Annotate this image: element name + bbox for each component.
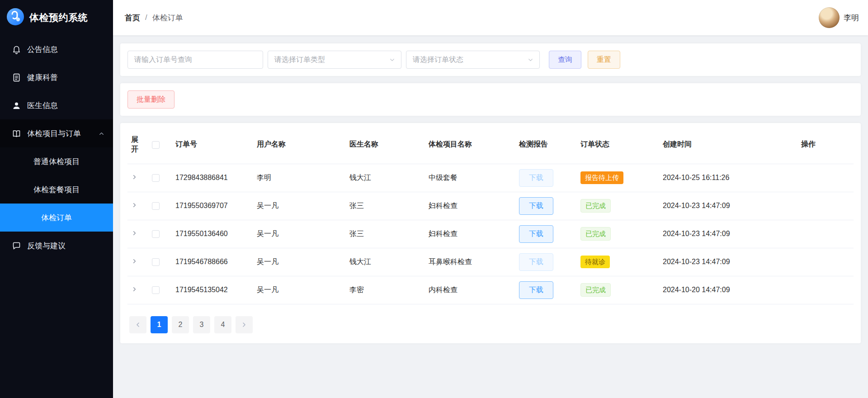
status-badge: 已完成 xyxy=(580,199,611,213)
pagination-page-4[interactable]: 4 xyxy=(214,316,231,333)
doctor-name-cell: 钱大江 xyxy=(349,174,371,181)
pagination: 1 2 3 4 xyxy=(127,316,854,333)
column-doctor: 医生名称 xyxy=(346,126,425,164)
sidebar-item-health-science[interactable]: 健康科普 xyxy=(0,63,113,91)
search-button[interactable]: 查询 xyxy=(549,51,581,69)
action-cell xyxy=(797,220,854,248)
chevron-down-icon xyxy=(389,57,396,63)
pagination-prev-button[interactable] xyxy=(129,316,146,333)
project-name-cell: 耳鼻喉科检查 xyxy=(429,258,472,265)
order-no: 1719546788666 xyxy=(175,258,228,265)
status-badge: 报告待上传 xyxy=(580,171,623,184)
sidebar-subitem-label: 普通体检项目 xyxy=(33,156,80,167)
sidebar-item-doctors[interactable]: 医生信息 xyxy=(0,91,113,119)
action-cell xyxy=(797,192,854,220)
download-report-button[interactable]: 下载 xyxy=(519,169,553,187)
select-all-checkbox[interactable] xyxy=(152,141,160,149)
order-no: 1719550369707 xyxy=(175,202,228,209)
doctor-name-cell: 张三 xyxy=(349,230,364,237)
row-expand-icon[interactable] xyxy=(131,258,138,265)
order-type-select[interactable]: 请选择订单类型 xyxy=(268,51,401,69)
sidebar-item-label: 医生信息 xyxy=(27,100,58,111)
sidebar-item-label: 公告信息 xyxy=(27,44,58,55)
sidebar-item-exam-package-items[interactable]: 体检套餐项目 xyxy=(0,175,113,204)
order-type-select-value: 请选择订单类型 xyxy=(274,55,325,65)
order-no-search-input[interactable] xyxy=(127,51,263,69)
column-status: 订单状态 xyxy=(577,126,659,164)
app-title: 体检预约系统 xyxy=(29,11,88,24)
pagination-next-button[interactable] xyxy=(236,316,253,333)
sidebar-item-exam-orders[interactable]: 体检订单 xyxy=(0,204,113,232)
chevron-down-icon xyxy=(527,57,534,63)
download-report-button[interactable]: 下载 xyxy=(519,253,553,271)
column-order-no: 订单号 xyxy=(172,126,253,164)
row-checkbox[interactable] xyxy=(152,202,160,210)
orders-table-card: 展开 订单号 用户名称 医生名称 体检项目名称 检测报告 订单状态 创建时间 操… xyxy=(120,123,861,343)
pagination-page-3[interactable]: 3 xyxy=(193,316,210,333)
book-icon xyxy=(12,129,21,138)
column-report: 检测报告 xyxy=(515,126,577,164)
bell-icon xyxy=(12,45,21,54)
app-logo: 体检预约系统 xyxy=(0,0,113,35)
user-name-cell: 李明 xyxy=(257,174,271,181)
column-action: 操作 xyxy=(797,126,854,164)
download-report-button[interactable]: 下载 xyxy=(519,225,553,243)
user-name: 李明 xyxy=(844,13,859,23)
order-status-select[interactable]: 请选择订单状态 xyxy=(406,51,540,69)
column-created: 创建时间 xyxy=(659,126,797,164)
chevron-left-icon xyxy=(134,321,142,328)
column-expand: 展开 xyxy=(127,126,148,164)
app-logo-icon xyxy=(6,8,24,28)
column-user: 用户名称 xyxy=(253,126,346,164)
doctor-name-cell: 张三 xyxy=(349,202,364,209)
pagination-page-2[interactable]: 2 xyxy=(172,316,189,333)
table-row: 1729843886841 李明 钱大江 中级套餐 下载 报告待上传 2024-… xyxy=(127,164,854,192)
table-row: 1719550136460 吴一凡 张三 妇科检查 下载 已完成 2024-10… xyxy=(127,220,854,248)
column-project: 体检项目名称 xyxy=(425,126,515,164)
row-checkbox[interactable] xyxy=(152,174,160,182)
breadcrumb-current: 体检订单 xyxy=(152,13,183,23)
reset-button[interactable]: 重置 xyxy=(588,51,620,69)
sidebar-subitem-label: 体检订单 xyxy=(41,213,72,223)
breadcrumb-separator: / xyxy=(145,13,147,22)
status-badge: 待就诊 xyxy=(580,256,610,268)
avatar[interactable] xyxy=(819,7,840,28)
created-time-cell: 2024-10-23 14:47:09 xyxy=(663,258,730,265)
action-cell xyxy=(797,248,854,276)
status-badge: 已完成 xyxy=(580,283,611,297)
chat-icon xyxy=(12,241,21,251)
sidebar-item-exam-orders-group[interactable]: 体检项目与订单 xyxy=(0,119,113,147)
sidebar-item-feedback[interactable]: 反馈与建议 xyxy=(0,232,113,260)
sidebar-item-announcements[interactable]: 公告信息 xyxy=(0,35,113,63)
batch-delete-button[interactable]: 批量删除 xyxy=(127,90,175,109)
download-report-button[interactable]: 下载 xyxy=(519,281,553,299)
row-checkbox[interactable] xyxy=(152,230,160,238)
user-menu[interactable]: 李明 xyxy=(819,7,859,28)
breadcrumb-home[interactable]: 首页 xyxy=(125,13,140,23)
order-status-select-value: 请选择订单状态 xyxy=(413,55,463,65)
user-name-cell: 吴一凡 xyxy=(257,230,278,237)
row-expand-icon[interactable] xyxy=(131,174,138,180)
row-expand-icon[interactable] xyxy=(131,202,138,208)
row-expand-icon[interactable] xyxy=(131,286,138,293)
table-header-row: 展开 订单号 用户名称 医生名称 体检项目名称 检测报告 订单状态 创建时间 操… xyxy=(127,126,854,164)
table-row: 1719550369707 吴一凡 张三 妇科检查 下载 已完成 2024-10… xyxy=(127,192,854,220)
topbar: 首页 / 体检订单 李明 xyxy=(113,0,868,35)
doctor-name-cell: 钱大江 xyxy=(349,258,371,265)
row-checkbox[interactable] xyxy=(152,258,160,266)
sidebar-item-regular-exam-items[interactable]: 普通体检项目 xyxy=(0,147,113,175)
status-badge: 已完成 xyxy=(580,227,611,241)
table-row: 1719546788666 吴一凡 钱大江 耳鼻喉科检查 下载 待就诊 2024… xyxy=(127,248,854,276)
row-expand-icon[interactable] xyxy=(131,230,138,237)
pagination-page-1[interactable]: 1 xyxy=(151,316,168,333)
user-name-cell: 吴一凡 xyxy=(257,202,278,209)
row-checkbox[interactable] xyxy=(152,286,160,294)
filter-bar: 请选择订单类型 请选择订单状态 查询 重置 xyxy=(120,43,861,76)
app-root: 体检预约系统 公告信息 健康科普 医生信息 体检项目与订单 xyxy=(0,0,868,398)
created-time-cell: 2024-10-25 16:11:26 xyxy=(663,174,729,181)
user-name-cell: 吴一凡 xyxy=(257,286,278,294)
sidebar: 体检预约系统 公告信息 健康科普 医生信息 体检项目与订单 xyxy=(0,0,113,398)
download-report-button[interactable]: 下载 xyxy=(519,197,553,215)
chevron-up-icon xyxy=(98,130,105,137)
order-no: 1729843886841 xyxy=(175,174,228,181)
